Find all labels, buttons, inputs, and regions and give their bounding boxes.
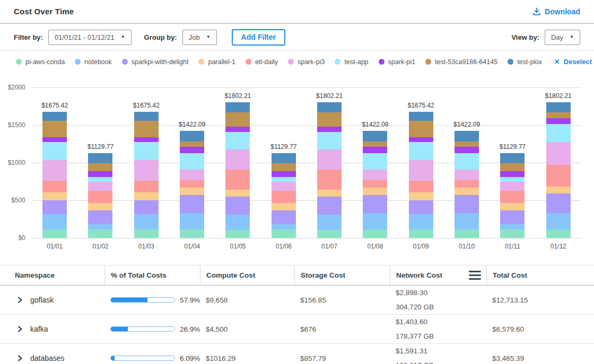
bar-segment-notebook[interactable]	[272, 224, 296, 229]
column-header-network[interactable]: Network Cost	[390, 265, 486, 285]
bar-segment-etl-daily[interactable]	[546, 165, 571, 187]
legend-item[interactable]: notebook	[75, 58, 111, 66]
bar-segment-etl-daily[interactable]	[180, 180, 204, 188]
bar-segment-sparkpi-with-delight[interactable]	[180, 195, 204, 213]
bar-segment-test-53ca9186-64145[interactable]	[225, 112, 250, 127]
stacked-bar[interactable]	[546, 102, 571, 238]
bar-segment-spark-pi1[interactable]	[88, 171, 112, 177]
bar-segment-spark-pi1[interactable]	[546, 118, 571, 124]
bar-segment-notebook[interactable]	[409, 214, 433, 229]
bar-segment-etl-daily[interactable]	[455, 180, 479, 188]
bar-segment-etl-daily[interactable]	[500, 191, 525, 203]
bar-segment-pi-aws-conda[interactable]	[42, 229, 67, 238]
bar-segment-parallel-1[interactable]	[500, 203, 525, 210]
bar-segment-test-53ca9186-64145[interactable]	[272, 163, 296, 171]
stacked-bar[interactable]	[180, 131, 204, 238]
legend-item[interactable]: test-pkix	[508, 58, 542, 66]
bar-segment-test-app[interactable]	[546, 124, 571, 142]
bar-segment-pi-aws-conda[interactable]	[134, 229, 159, 238]
column-header-storage[interactable]: Storage Cost	[294, 265, 390, 285]
stacked-bar[interactable]	[42, 112, 67, 238]
bar-segment-spark-pi1[interactable]	[500, 171, 525, 177]
bar-segment-spark-pi3[interactable]	[363, 170, 387, 180]
bar-segment-test-app[interactable]	[409, 142, 433, 160]
bar-segment-spark-pi1[interactable]	[409, 137, 433, 142]
bar-segment-sparkpi-with-delight[interactable]	[500, 210, 525, 224]
bar-segment-sparkpi-with-delight[interactable]	[546, 193, 571, 213]
group-by-select[interactable]: Job ▼	[182, 30, 217, 45]
bar-segment-notebook[interactable]	[546, 213, 571, 229]
table-row[interactable]: kafka 26.9% $4,500 $676 $1,403.60 178,37…	[0, 315, 594, 344]
bar-segment-pi-aws-conda[interactable]	[272, 229, 296, 238]
download-button[interactable]: Download	[532, 7, 580, 16]
legend-item[interactable]: spark-pi1	[379, 58, 415, 66]
bar-segment-sparkpi-with-delight[interactable]	[363, 195, 387, 213]
bar-segment-spark-pi3[interactable]	[500, 182, 525, 191]
bar-segment-test-pkix[interactable]	[272, 153, 296, 164]
bar-segment-test-pkix[interactable]	[88, 153, 112, 164]
legend-item[interactable]: pi-aws-conda	[16, 58, 65, 66]
bar-segment-spark-pi3[interactable]	[317, 149, 342, 170]
bar-segment-notebook[interactable]	[180, 213, 204, 229]
bar-segment-spark-pi3[interactable]	[134, 160, 159, 180]
bar-segment-spark-pi3[interactable]	[180, 170, 204, 180]
bar-segment-sparkpi-with-delight[interactable]	[225, 197, 250, 215]
bar-segment-test-pkix[interactable]	[546, 102, 571, 112]
bar-segment-test-pkix[interactable]	[455, 131, 479, 141]
bar-segment-test-app[interactable]	[500, 177, 525, 182]
bar-segment-notebook[interactable]	[500, 224, 525, 229]
bar-segment-spark-pi3[interactable]	[88, 182, 112, 191]
bar-segment-pi-aws-conda[interactable]	[455, 229, 479, 238]
bar-segment-etl-daily[interactable]	[317, 170, 342, 190]
legend-item[interactable]: sparkpi-with-delight	[122, 58, 189, 66]
bar-segment-etl-daily[interactable]	[42, 181, 67, 193]
stacked-bar[interactable]	[225, 102, 250, 238]
bar-segment-parallel-1[interactable]	[88, 203, 112, 210]
bar-segment-spark-pi3[interactable]	[546, 142, 571, 165]
legend-item[interactable]: etl-daily	[246, 58, 278, 66]
legend-item[interactable]: test-app	[335, 58, 368, 66]
bar-segment-spark-pi1[interactable]	[42, 137, 67, 142]
bar-segment-test-53ca9186-64145[interactable]	[546, 112, 571, 118]
bar-segment-sparkpi-with-delight[interactable]	[455, 195, 479, 213]
chevron-right-icon[interactable]	[16, 325, 23, 333]
stacked-bar[interactable]	[88, 153, 112, 238]
bar-segment-etl-daily[interactable]	[363, 180, 387, 188]
bar-segment-pi-aws-conda[interactable]	[225, 230, 250, 238]
legend-item[interactable]: parallel-1	[198, 58, 235, 66]
bar-segment-spark-pi1[interactable]	[272, 171, 296, 177]
table-row[interactable]: goflask 57.9% $9,658 $156.85 $2,898.30 3…	[0, 286, 594, 315]
bar-segment-parallel-1[interactable]	[546, 187, 571, 193]
bar-segment-test-app[interactable]	[180, 153, 204, 170]
bar-segment-parallel-1[interactable]	[455, 188, 479, 195]
bar-segment-test-pkix[interactable]	[500, 153, 525, 164]
bar-segment-spark-pi3[interactable]	[409, 160, 433, 180]
bar-segment-test-app[interactable]	[363, 153, 387, 170]
bar-segment-test-53ca9186-64145[interactable]	[455, 141, 479, 147]
date-range-select[interactable]: 01/01/21 - 01/12/21 ▼	[48, 30, 132, 45]
column-header-total[interactable]: Total Cost	[486, 265, 581, 285]
bar-segment-sparkpi-with-delight[interactable]	[317, 197, 342, 215]
bar-segment-notebook[interactable]	[363, 213, 387, 229]
bar-segment-test-app[interactable]	[225, 132, 250, 149]
bar-segment-pi-aws-conda[interactable]	[180, 229, 204, 238]
bar-segment-test-pkix[interactable]	[363, 131, 387, 141]
bar-segment-test-pkix[interactable]	[225, 102, 250, 112]
bar-segment-spark-pi1[interactable]	[225, 127, 250, 132]
bar-segment-notebook[interactable]	[88, 224, 112, 229]
bar-segment-notebook[interactable]	[225, 215, 250, 230]
bar-segment-spark-pi1[interactable]	[363, 147, 387, 153]
bar-segment-spark-pi1[interactable]	[455, 147, 479, 153]
bar-segment-test-53ca9186-64145[interactable]	[42, 121, 67, 137]
bar-segment-etl-daily[interactable]	[272, 191, 296, 203]
legend-item[interactable]: spark-pi3	[288, 58, 325, 66]
bar-segment-etl-daily[interactable]	[409, 181, 433, 193]
bar-segment-test-pkix[interactable]	[409, 112, 433, 121]
bar-segment-pi-aws-conda[interactable]	[363, 229, 387, 238]
stacked-bar[interactable]	[455, 131, 479, 238]
bar-segment-sparkpi-with-delight[interactable]	[42, 200, 67, 214]
bar-segment-test-53ca9186-64145[interactable]	[134, 121, 159, 137]
bar-segment-notebook[interactable]	[317, 215, 342, 230]
stacked-bar[interactable]	[317, 102, 342, 238]
stacked-bar[interactable]	[134, 112, 159, 238]
